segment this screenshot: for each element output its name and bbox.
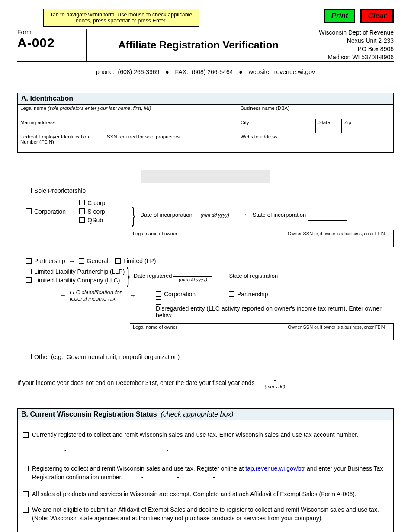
field-fein[interactable]: Federal Employer Identification Number (…: [18, 133, 104, 152]
arrow-icon: →: [69, 208, 76, 215]
cb-class-disr[interactable]: [156, 299, 161, 305]
cb-b3[interactable]: [23, 491, 29, 497]
cb-llp[interactable]: [26, 269, 32, 274]
field-state[interactable]: State: [316, 119, 342, 133]
field-fiscal-value[interactable]: -: [260, 377, 290, 384]
field-date-inc[interactable]: [196, 205, 234, 212]
field-date-reg[interactable]: [173, 270, 212, 277]
field-legal-name[interactable]: Legal name (sole proprietors enter your …: [18, 104, 238, 119]
nav-hint: Tab to navigate within form. Use mouse t…: [43, 9, 199, 27]
field-other[interactable]: [183, 353, 365, 360]
cb-general[interactable]: [79, 258, 84, 264]
contact-line: phone: (608) 266-3969 ● FAX: (608) 266-5…: [17, 68, 394, 75]
field-website[interactable]: Website address: [238, 133, 394, 152]
acct-number-1[interactable]: - -: [35, 446, 388, 453]
confirm-number[interactable]: - - -: [131, 474, 248, 481]
field-owner-legal-1[interactable]: Legal name of owner: [130, 230, 285, 247]
arrow-icon: →: [69, 257, 75, 265]
cb-class-corp[interactable]: [156, 291, 161, 297]
field-ssn[interactable]: SSN required for sole proprietors: [104, 133, 238, 152]
field-mailing[interactable]: Mailing address: [18, 119, 238, 133]
cb-corp[interactable]: [26, 208, 32, 214]
brace-icon: }: [132, 210, 135, 221]
field-state-reg[interactable]: [279, 272, 318, 279]
btr-link[interactable]: tap.revenue.wi.gov/btr: [245, 465, 305, 472]
form-number: A-002: [17, 35, 77, 50]
cb-llc[interactable]: [26, 277, 32, 283]
section-b-head: B. Current Wisconsin Registration Status…: [17, 408, 394, 420]
cb-b1[interactable]: [23, 432, 29, 438]
cb-qsub[interactable]: [79, 217, 85, 223]
field-owner-ssn-2[interactable]: Owner SSN or, if owner is a business, en…: [285, 324, 393, 340]
print-button[interactable]: Print: [324, 9, 356, 23]
field-zip[interactable]: Zip: [342, 119, 394, 133]
cb-scorp[interactable]: [79, 208, 85, 214]
brace-icon: }: [127, 270, 130, 281]
dept-address: Wisconsin Dept of Revenue Nexus Unit 2-2…: [310, 29, 394, 61]
field-owner-legal-2[interactable]: Legal name of owner: [130, 324, 285, 340]
arrow-icon: →: [241, 211, 247, 218]
cb-sole[interactable]: [26, 188, 32, 193]
ghost-field[interactable]: [141, 170, 270, 183]
clear-button[interactable]: Clear: [360, 9, 394, 23]
arrow-icon: →: [218, 272, 224, 279]
form-label: Form: [17, 29, 77, 35]
cb-b4[interactable]: [23, 507, 29, 513]
field-dba[interactable]: Business name (DBA): [238, 104, 394, 119]
cb-ccorp[interactable]: [79, 200, 85, 205]
field-state-inc[interactable]: [308, 214, 347, 221]
cb-b2[interactable]: [23, 466, 29, 471]
arrow-icon: →: [129, 292, 136, 299]
cb-partnership[interactable]: [26, 258, 32, 264]
page-title: Affiliate Registration Verification: [118, 39, 279, 51]
field-owner-ssn-1[interactable]: Owner SSN or, if owner is a business, en…: [285, 230, 393, 247]
field-city[interactable]: City: [238, 119, 316, 133]
cb-other[interactable]: [26, 354, 32, 359]
cb-limited[interactable]: [115, 258, 121, 264]
section-a-head: A. Identification: [17, 93, 394, 104]
cb-class-part[interactable]: [229, 291, 234, 297]
arrow-icon: →: [60, 292, 66, 299]
